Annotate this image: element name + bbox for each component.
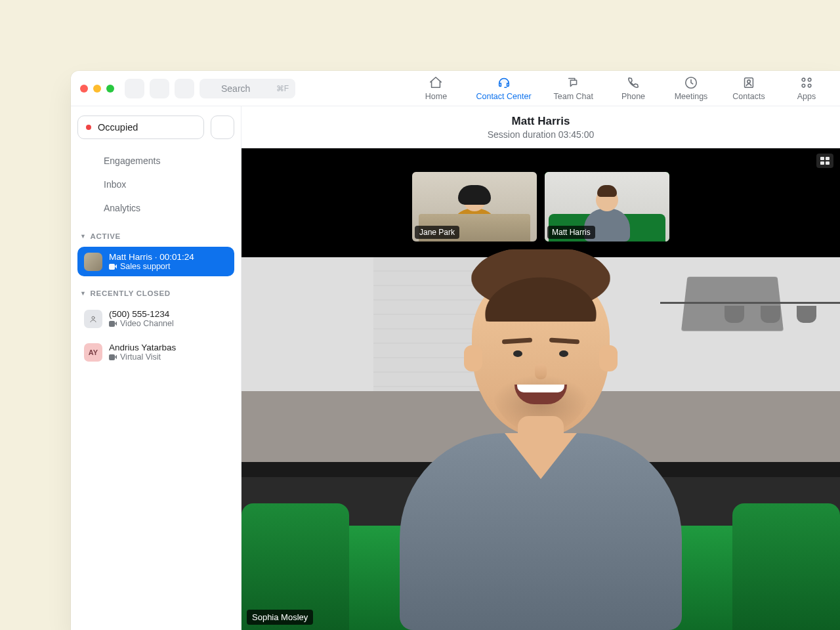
conversation-channel: Sales support [109, 262, 194, 271]
titlebar: Search ⌘F Home Contact Center Team Chat … [71, 71, 840, 106]
svg-point-11 [92, 316, 94, 319]
video-icon [109, 321, 117, 327]
back-button[interactable] [125, 79, 144, 98]
status-row: Occupied [77, 116, 234, 139]
inbox-icon [83, 178, 96, 190]
home-icon [429, 75, 443, 90]
nav-home-label: Home [425, 92, 447, 101]
window-controls [80, 85, 114, 93]
chat-icon [566, 75, 581, 90]
nav-apps-label: Apps [797, 92, 816, 101]
svg-point-7 [808, 84, 811, 87]
nav-apps[interactable]: Apps [789, 71, 824, 106]
nav-home[interactable]: Home [418, 71, 453, 106]
svg-rect-10 [85, 182, 94, 188]
status-dot-icon [86, 125, 91, 130]
engagements-icon [83, 155, 96, 167]
app-body: Occupied Engagements Inbox [71, 106, 840, 630]
svg-point-0 [208, 85, 214, 91]
history-nav [125, 79, 169, 98]
plus-icon [217, 122, 228, 133]
thumbnail-row: Jane Park Matt Harris [242, 172, 840, 242]
close-window-button[interactable] [80, 85, 88, 93]
status-select[interactable]: Occupied [77, 116, 204, 139]
app-window: Search ⌘F Home Contact Center Team Chat … [71, 71, 840, 630]
nav-meetings[interactable]: Meetings [673, 71, 709, 106]
sidebar-item-label: Analytics [104, 203, 140, 213]
search-icon [206, 83, 216, 93]
sidebar-nav: Engagements Inbox Analytics [77, 150, 234, 219]
maximize-window-button[interactable] [106, 85, 114, 93]
conversation-title: Andrius Yatarbas [109, 343, 176, 352]
sidebar-item-engagements[interactable]: Engagements [77, 150, 234, 172]
forward-button[interactable] [150, 79, 169, 98]
chevron-down-icon [186, 122, 196, 133]
nav-team-chat-label: Team Chat [554, 92, 593, 101]
section-active[interactable]: ▼ ACTIVE [80, 232, 232, 240]
sidebar-item-inbox[interactable]: Inbox [77, 173, 234, 196]
person-icon [89, 314, 98, 324]
add-button[interactable] [211, 116, 234, 139]
conversation-recent[interactable]: AY Andrius Yatarbas Virtual Visit [77, 337, 234, 367]
section-recent[interactable]: ▼ RECENTLY CLOSED [80, 289, 232, 297]
participant-name-tag: Matt Harris [547, 226, 595, 239]
conversation-active[interactable]: Matt Harris · 00:01:24 Sales support [77, 247, 234, 276]
history-icon [179, 83, 190, 94]
apps-icon [799, 75, 814, 90]
analytics-icon [83, 202, 96, 214]
history-button[interactable] [175, 79, 194, 98]
section-label-text: RECENTLY CLOSED [91, 289, 171, 297]
sidebar-item-label: Engagements [104, 156, 160, 166]
nav-team-chat[interactable]: Team Chat [554, 71, 593, 106]
participant-thumbnail[interactable]: Jane Park [412, 172, 537, 242]
avatar [84, 253, 102, 271]
avatar [84, 310, 102, 328]
sidebar-item-analytics[interactable]: Analytics [77, 197, 234, 219]
video-icon [109, 264, 117, 270]
sidebar: Occupied Engagements Inbox [71, 106, 242, 630]
session-duration: Session duration 03:45:00 [488, 129, 595, 140]
conversation-channel: Virtual Visit [109, 352, 176, 362]
grid-icon [820, 157, 830, 165]
svg-point-5 [808, 78, 811, 81]
caret-down-icon: ▼ [80, 233, 87, 240]
svg-point-3 [747, 80, 751, 83]
nav-phone-label: Phone [621, 92, 645, 101]
layout-grid-button[interactable] [816, 154, 833, 168]
minimize-window-button[interactable] [93, 85, 101, 93]
svg-point-9 [85, 163, 87, 165]
caret-down-icon: ▼ [80, 290, 87, 297]
nav-contacts[interactable]: Contacts [731, 71, 766, 106]
nav-contact-center-label: Contact Center [476, 92, 531, 101]
avatar: AY [84, 343, 102, 362]
conversation-meta: Matt Harris · 00:01:24 Sales support [109, 252, 194, 271]
main: Matt Harris Session duration 03:45:00 Ja… [242, 106, 840, 630]
conversation-title: (500) 555-1234 [109, 309, 174, 319]
svg-point-4 [802, 78, 805, 81]
session-header: Matt Harris Session duration 03:45:00 [242, 106, 840, 148]
conversation-recent[interactable]: (500) 555-1234 Video Channel [77, 304, 234, 333]
participant-thumbnail[interactable]: Matt Harris [545, 172, 669, 242]
main-video[interactable]: Sophia Mosley [242, 257, 840, 630]
svg-point-6 [802, 84, 805, 87]
nav-phone[interactable]: Phone [616, 71, 651, 106]
search-placeholder: Search [221, 83, 250, 94]
top-nav: Home Contact Center Team Chat Phone Meet… [418, 71, 833, 106]
participant-name-tag: Sophia Mosley [247, 610, 313, 625]
video-area: Jane Park Matt Harris [242, 148, 840, 630]
conversation-channel: Video Channel [109, 319, 174, 328]
conversation-meta: (500) 555-1234 Video Channel [109, 309, 174, 328]
nav-contacts-label: Contacts [732, 92, 765, 101]
video-icon [109, 354, 117, 360]
chevron-left-icon [130, 84, 139, 93]
svg-point-8 [85, 157, 87, 159]
nav-meetings-label: Meetings [675, 92, 708, 101]
contacts-icon [742, 75, 756, 90]
nav-contact-center[interactable]: Contact Center [476, 71, 531, 106]
sidebar-item-label: Inbox [104, 179, 126, 190]
search-input[interactable]: Search ⌘F [200, 79, 295, 98]
conversation-meta: Andrius Yatarbas Virtual Visit [109, 343, 176, 362]
session-title: Matt Harris [512, 115, 570, 128]
clock-icon [684, 75, 698, 90]
participant-name-tag: Jane Park [415, 226, 459, 239]
